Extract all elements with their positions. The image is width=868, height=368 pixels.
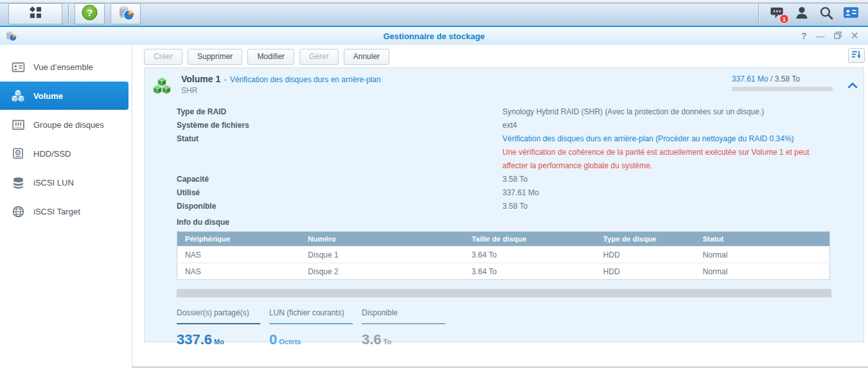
- column-header[interactable]: Numéro: [300, 232, 464, 247]
- detail-value: ext4: [502, 119, 517, 132]
- user-icon: [794, 5, 810, 23]
- detail-value: 337.61 Mo: [502, 186, 539, 200]
- action-toolbar: Créer Supprimer Modifier Gérer Annuler: [132, 45, 868, 67]
- volume-details: Type de RAIDSynology Hybrid RAID (SHR) (…: [177, 105, 831, 213]
- window-title: Gestionnaire de stockage: [0, 31, 868, 41]
- detail-row: affecter la performance globale du systè…: [177, 159, 831, 173]
- usage-used: 337.61 Mo: [732, 74, 768, 83]
- user-button[interactable]: [791, 3, 813, 25]
- help-button[interactable]: ?: [75, 3, 105, 24]
- delete-button[interactable]: Supprimer: [188, 49, 242, 65]
- detail-value: 3.58 To: [502, 200, 527, 213]
- storage-manager-app-button[interactable]: [111, 3, 141, 24]
- sidebar-item-hdd-ssd[interactable]: HDD/SSD: [0, 139, 132, 168]
- stat-unit: Mo: [214, 338, 224, 346]
- volume-status-short: Vérification des disques durs en arrière…: [230, 75, 381, 84]
- sidebar-item-volume[interactable]: Volume: [0, 82, 128, 110]
- detail-label: Statut: [177, 132, 502, 146]
- help-icon: ?: [81, 4, 98, 24]
- cell-size: 3.64 To: [464, 263, 596, 280]
- disk-info-section: Info du disque Périphérique Numéro Taill…: [177, 218, 831, 280]
- column-header[interactable]: Périphérique: [177, 232, 301, 247]
- cell-number: Disque 2: [300, 263, 464, 280]
- cell-status: Normal: [695, 263, 830, 280]
- sidebar-item-iscsi-target[interactable]: iSCSI Target: [0, 197, 132, 225]
- volume-cubes-icon: [11, 89, 25, 103]
- pilot-view-icon: [843, 6, 859, 22]
- usage-stats: Dossier(s) partagé(s) 337.6Mo LUN (fichi…: [177, 308, 831, 348]
- window-help-icon[interactable]: ?: [801, 31, 807, 40]
- taskbar-right: 1: [752, 0, 868, 26]
- window-restore-icon[interactable]: [834, 31, 842, 40]
- window-body: Vue d’ensemble Volume Groupe de disques …: [0, 45, 868, 368]
- collapse-list-icon: [851, 50, 862, 62]
- search-icon: [819, 5, 834, 23]
- detail-warning-line: affecter la performance globale du systè…: [502, 159, 652, 173]
- disk-group-icon: [11, 118, 25, 132]
- volume-cubes-green-icon: [152, 76, 172, 98]
- volume-dash: -: [224, 75, 227, 84]
- cell-type: HDD: [596, 247, 695, 263]
- sidebar: Vue d’ensemble Volume Groupe de disques …: [0, 45, 132, 368]
- table-row[interactable]: NAS Disque 1 3.64 To HDD Normal: [177, 247, 830, 263]
- modify-button[interactable]: Modifier: [247, 49, 294, 65]
- detail-value: Synology Hybrid RAID (SHR) (Avec la prot…: [502, 105, 764, 119]
- window-close-icon[interactable]: ✕: [851, 31, 859, 41]
- svg-text:?: ?: [87, 7, 93, 18]
- search-button[interactable]: [815, 3, 837, 25]
- taskbar: ? 1: [0, 0, 868, 27]
- table-row[interactable]: NAS Disque 2 3.64 To HDD Normal: [177, 263, 830, 280]
- notifications-button[interactable]: 1: [766, 3, 788, 25]
- panel-collapse-button[interactable]: [847, 81, 858, 91]
- sidebar-item-overview[interactable]: Vue d’ensemble: [0, 53, 132, 81]
- volume-title-block: Volume 1 - Vérification des disques durs…: [181, 74, 381, 98]
- sidebar-item-label: Volume: [33, 91, 63, 101]
- sidebar-item-label: HDD/SSD: [33, 149, 71, 159]
- stat-underline: [269, 323, 353, 324]
- disk-table: Périphérique Numéro Taille de disque Typ…: [177, 231, 830, 280]
- volume-panel: Volume 1 - Vérification des disques durs…: [144, 67, 864, 342]
- cell-type: HDD: [596, 263, 695, 280]
- detail-value-status-link[interactable]: Vérification des disques durs en arrière…: [502, 132, 794, 146]
- sidebar-item-iscsi-lun[interactable]: iSCSI LUN: [0, 168, 132, 197]
- collapse-all-button[interactable]: [848, 48, 865, 63]
- stat-value: 3.6: [362, 331, 382, 347]
- detail-value: 3.58 To: [502, 173, 527, 186]
- cancel-button[interactable]: Annuler: [344, 49, 389, 65]
- stat-unit: To: [384, 338, 392, 346]
- detail-row: Disponible3.58 To: [177, 200, 831, 213]
- usage-progress-bar: [732, 87, 833, 91]
- pilot-view-button[interactable]: [840, 3, 862, 25]
- stat-label: LUN (fichier courants): [269, 308, 353, 323]
- stat-unit: Octets: [279, 338, 301, 346]
- volume-raid-type: SHR: [181, 86, 381, 95]
- column-header[interactable]: Taille de disque: [464, 232, 596, 247]
- detail-label: Système de fichiers: [177, 119, 502, 132]
- sidebar-item-disk-group[interactable]: Groupe de disques: [0, 110, 132, 139]
- column-header[interactable]: Statut: [695, 232, 830, 247]
- cell-device: NAS: [177, 263, 301, 280]
- usage-separator: /: [770, 74, 772, 83]
- main-menu-button[interactable]: [8, 3, 62, 24]
- window-bottom-border: [132, 367, 868, 367]
- disk-table-header-row: Périphérique Numéro Taille de disque Typ…: [177, 232, 830, 247]
- detail-label: Utilisé: [177, 186, 502, 200]
- detail-row: Système de fichiersext4: [177, 119, 831, 132]
- usage-total: 3.58 To: [775, 74, 800, 83]
- manage-button[interactable]: Gérer: [299, 49, 339, 65]
- stat-label: Dossier(s) partagé(s): [177, 308, 260, 323]
- detail-row: Type de RAIDSynology Hybrid RAID (SHR) (…: [177, 105, 831, 119]
- create-button[interactable]: Créer: [144, 49, 182, 65]
- detail-label: Type de RAID: [177, 105, 502, 119]
- taskbar-divider-right: [758, 4, 759, 24]
- cell-size: 3.64 To: [464, 247, 596, 263]
- detail-row: Une vérification de cohérence de la pari…: [177, 146, 831, 159]
- hdd-icon: [11, 147, 25, 160]
- cell-device: NAS: [177, 247, 301, 263]
- window-minimize-icon[interactable]: —: [816, 31, 825, 40]
- stat-available: Disponible 3.6To: [362, 308, 445, 348]
- sidebar-item-label: iSCSI Target: [33, 207, 80, 216]
- column-header[interactable]: Type de disque: [596, 232, 695, 247]
- cell-number: Disque 1: [300, 247, 464, 263]
- iscsi-lun-icon: [11, 176, 25, 189]
